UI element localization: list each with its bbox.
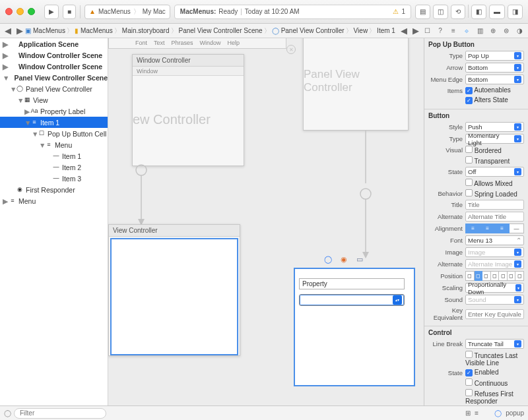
outline-row[interactable]: —Item 2 <box>0 162 108 173</box>
close-window-button[interactable] <box>5 8 13 15</box>
prev-file-button[interactable]: ◀ <box>399 26 409 36</box>
scene-dock[interactable]: ◯ ◉ ▭ <box>323 255 364 264</box>
outline-row[interactable]: —Item 1 <box>0 150 108 162</box>
editor-mode-standard[interactable]: ▤ <box>415 5 430 19</box>
effects-inspector-tab[interactable]: ◑ <box>513 26 525 36</box>
minimize-window-button[interactable] <box>16 8 24 15</box>
inspector-tab-bar: ☐ ? ≡ ⟐ ▥ ⊕ ⊜ ◑ <box>421 26 525 36</box>
stop-button[interactable]: ■ <box>63 5 76 19</box>
ghost-label: ew Controller <box>133 76 244 163</box>
autoenables-checkbox[interactable]: ✓ <box>465 87 473 94</box>
linebreak-select[interactable]: Truncate Tail▾ <box>465 339 524 349</box>
outline-row[interactable]: ▼≡Item 1 <box>0 117 108 128</box>
scaling-select[interactable]: Proportionally Down▾ <box>465 283 524 293</box>
file-inspector-tab[interactable]: ☐ <box>421 26 433 36</box>
first-responder-icon[interactable]: ◉ <box>339 255 348 264</box>
back-button[interactable]: ◀ <box>3 26 13 36</box>
library-filter-label: popup <box>506 409 524 417</box>
outline-row[interactable]: ▼≡Menu <box>0 139 108 150</box>
property-label[interactable]: Property <box>299 278 405 289</box>
transparent-checkbox[interactable] <box>465 156 473 164</box>
next-file-button[interactable]: ▶ <box>411 26 421 36</box>
quick-help-tab[interactable]: ? <box>434 26 446 36</box>
jump-bar: ◀ ▶ ▣MacMenus〉 ▮MacMenus〉 Main.storyboar… <box>0 24 528 38</box>
canvas-view-mode-grid[interactable]: ⊞ <box>465 409 471 417</box>
bordered-checkbox[interactable] <box>465 146 473 153</box>
outline-row[interactable]: ◉First Responder <box>0 184 108 195</box>
zoom-window-button[interactable] <box>28 8 35 15</box>
enabled-checkbox[interactable]: ✓ <box>465 369 473 376</box>
bottom-bar: ◯ ⊞ ≡ ◯ popup <box>0 405 528 420</box>
continuous-checkbox[interactable] <box>465 378 473 386</box>
attributes-inspector[interactable]: Pop Up Button TypePop Up▾ ArrowBottom▾ M… <box>424 38 528 405</box>
window-controller-scene[interactable]: Window Controller Window ew Controller <box>132 54 244 166</box>
button-type-select[interactable]: Momentary Light▾ <box>465 134 524 144</box>
scene-title: Window Controller <box>133 55 244 67</box>
outline-row[interactable]: ▶≡Menu <box>0 195 108 206</box>
segue-source-icon: ✕ <box>286 45 296 54</box>
outline-row[interactable]: ▼Panel View Controller Scene <box>0 72 108 83</box>
alternate-title-input[interactable] <box>465 212 524 222</box>
outline-filter-input[interactable] <box>14 408 106 419</box>
toggle-debug-area[interactable]: ▬ <box>489 5 505 19</box>
view-controller-scene[interactable]: View Controller <box>108 224 240 356</box>
connections-inspector-tab[interactable]: ⊕ <box>487 26 499 36</box>
popup-type-select[interactable]: Pop Up▾ <box>465 51 524 61</box>
editor-mode-version[interactable]: ⟲ <box>451 5 465 19</box>
section-header: Button <box>428 112 524 119</box>
toggle-inspector[interactable]: ◨ <box>508 5 523 19</box>
alt-image-select[interactable]: Alternate Image▾ <box>465 259 524 269</box>
size-inspector-tab[interactable]: ▥ <box>474 26 486 36</box>
button-state-select[interactable]: Off▾ <box>465 167 524 177</box>
canvas-view-mode-list[interactable]: ≡ <box>475 409 478 417</box>
button-style-select[interactable]: Push▾ <box>465 122 524 132</box>
font-select[interactable]: Menu 13⌃ <box>465 235 524 245</box>
outline-row[interactable]: ▼◯Panel View Controller <box>0 83 108 94</box>
run-button[interactable]: ▶ <box>44 5 59 19</box>
editor-mode-assistant[interactable]: ◫ <box>433 5 448 19</box>
title-input[interactable] <box>465 200 524 210</box>
outline-row[interactable]: ▶Window Controller Scene <box>0 49 108 61</box>
spring-loaded-checkbox[interactable] <box>465 189 473 196</box>
image-select[interactable]: Image▾ <box>465 247 524 257</box>
identity-inspector-tab[interactable]: ≡ <box>447 26 459 36</box>
outline-row[interactable]: ▶Application Scene <box>0 38 108 49</box>
alters-state-checkbox[interactable]: ✓ <box>465 97 473 104</box>
outline-row[interactable]: ▼☐Pop Up Button Cell <box>0 128 108 139</box>
bindings-inspector-tab[interactable]: ⊜ <box>500 26 512 36</box>
library-filter-icon: ◯ <box>494 409 502 417</box>
attributes-inspector-tab[interactable]: ⟐ <box>461 26 473 36</box>
alignment-segmented[interactable]: ≡≡≡— <box>465 224 524 233</box>
section-header: Control <box>428 329 524 336</box>
forward-button[interactable]: ▶ <box>15 26 25 36</box>
panel-view[interactable]: Property ▴▾ <box>294 268 415 386</box>
panel-view-controller-box[interactable]: Panel View Controller <box>303 38 409 131</box>
toggle-navigator[interactable]: ◧ <box>471 5 486 19</box>
outline-row[interactable]: —Item 3 <box>0 173 108 184</box>
popup-menuedge-select[interactable]: Bottom▾ <box>465 75 524 84</box>
view-content[interactable] <box>110 238 238 355</box>
scheme-selector[interactable]: ▲ MacMenus 〉 My Mac <box>84 5 170 19</box>
popup-arrow-select[interactable]: Bottom▾ <box>465 63 524 73</box>
truncates-last-checkbox[interactable] <box>465 351 473 358</box>
filter-icon: ◯ <box>4 409 11 417</box>
activity-status: MacMenus: Ready | Today at 10:20 AM ⚠ 1 <box>174 5 411 19</box>
sound-select[interactable]: Sound▾ <box>465 295 524 305</box>
key-equivalent-input[interactable] <box>465 309 524 319</box>
scene-title: View Controller <box>109 225 240 237</box>
ghost-label: Panel View Controller <box>304 38 408 130</box>
refuses-first-checkbox[interactable] <box>465 389 473 396</box>
popup-button-item1[interactable]: ▴▾ <box>299 294 405 306</box>
interface-builder-canvas[interactable]: FontTextPhrasesWindowHelp Window Control… <box>108 38 424 405</box>
exit-icon[interactable]: ▭ <box>355 255 364 264</box>
breadcrumb[interactable]: ▣MacMenus〉 ▮MacMenus〉 Main.storyboard〉 P… <box>25 26 399 36</box>
outline-row[interactable]: ▼▦View <box>0 94 108 105</box>
position-segmented[interactable]: ◻◻◻◻◻◻◻ <box>465 271 524 281</box>
view-controller-icon[interactable]: ◯ <box>323 255 333 264</box>
document-outline[interactable]: ▶Application Scene▶Window Controller Sce… <box>0 38 108 405</box>
svg-point-0 <box>136 165 147 175</box>
outline-row[interactable]: ▶AaProperty Label <box>0 105 108 117</box>
allows-mixed-checkbox[interactable] <box>465 179 473 186</box>
outline-row[interactable]: ▶Window Controller Scene <box>0 61 108 72</box>
popup-arrows-icon: ▴▾ <box>393 295 402 305</box>
